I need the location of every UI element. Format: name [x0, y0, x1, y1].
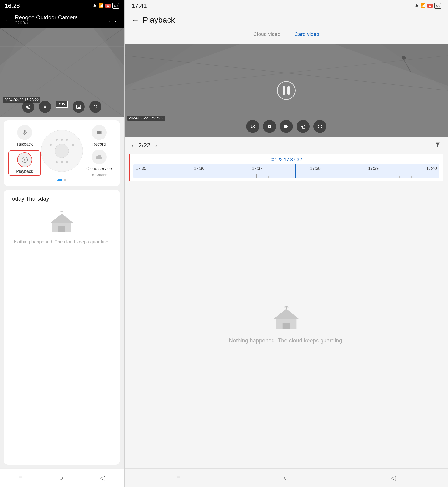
timeline-label-2: 17:37 — [252, 166, 263, 171]
menu-button-left[interactable]: ≡ — [14, 472, 27, 484]
controls-grid: Talkback — [8, 125, 115, 177]
wifi-icon-right: 📶 — [420, 3, 426, 8]
svg-marker-24 — [274, 309, 299, 319]
today-card: Today Thursday Nothing happened. The clo… — [4, 190, 120, 465]
menu-button-right[interactable]: ≡ — [172, 472, 185, 484]
header-right: ← Playback — [125, 12, 448, 28]
cloud-service-label: Cloud service — [86, 166, 112, 171]
nav-bar-right: ≡ ○ ◁ — [125, 468, 448, 487]
pause-button[interactable] — [277, 81, 296, 100]
cloud-service-button[interactable]: Cloud service Unavailable — [83, 149, 115, 177]
more-button-left[interactable]: ⋮⋮ — [106, 16, 119, 23]
fullscreen-button-right[interactable] — [313, 120, 327, 133]
screenshot-button[interactable] — [39, 101, 51, 113]
svg-point-22 — [402, 56, 406, 60]
camera-title: Reoqoo Outdoor Camera — [15, 14, 78, 21]
joystick-inner — [55, 144, 69, 158]
controls-card: Talkback — [4, 120, 120, 186]
playback-nav-center: ‹ 2/22 › — [132, 142, 157, 149]
battery-icon-left: 60 — [112, 3, 119, 9]
playback-button[interactable]: Playback — [8, 150, 41, 176]
house-illustration-right — [271, 306, 302, 332]
joystick-dot — [61, 139, 63, 141]
pause-bar-1 — [283, 86, 285, 95]
svg-marker-9 — [24, 159, 26, 161]
timeline-labels: 17:35 17:36 17:37 17:38 17:39 17:40 — [134, 166, 439, 171]
mute-button-right[interactable] — [296, 120, 310, 133]
pause-bar-2 — [288, 86, 290, 95]
right-status-icons: ✱ 📶 ✕ 58 — [415, 3, 441, 9]
joystick-dot — [50, 144, 52, 146]
record-label: Record — [92, 142, 106, 147]
timeline-label-3: 17:38 — [310, 166, 320, 171]
back-nav-button-left[interactable]: ◁ — [96, 471, 110, 484]
left-status-icons: ✱ 📶 ✕ 60 — [93, 3, 119, 9]
timeline-cursor — [296, 164, 296, 178]
svg-rect-26 — [283, 322, 290, 329]
speed-button[interactable]: 1x — [246, 120, 259, 133]
svg-marker-10 — [50, 214, 73, 223]
fhd-button[interactable]: FHD — [56, 101, 68, 108]
empty-state-right: Nothing happened. The cloud keeps guardi… — [125, 181, 448, 468]
record-button[interactable]: Record — [83, 125, 115, 147]
timeline-ruler[interactable]: 17:35 17:36 17:37 17:38 17:39 17:40 — [134, 164, 439, 178]
joystick-dot — [56, 139, 58, 141]
joystick-dot — [66, 139, 68, 141]
main-content-left: Talkback — [0, 117, 124, 468]
tabs-row: Cloud video Card video — [125, 28, 448, 44]
wifi-icon: 📶 — [98, 3, 104, 8]
timeline-label-4: 17:39 — [368, 166, 379, 171]
prev-page-button[interactable]: ‹ — [132, 142, 134, 149]
video-area-right: 2024-02-22 17:37:32 1x — [125, 44, 448, 137]
back-nav-button-right[interactable]: ◁ — [386, 471, 401, 484]
svg-rect-12 — [58, 227, 65, 232]
joystick-dot — [66, 161, 68, 163]
fullscreen-button-left[interactable] — [89, 101, 102, 113]
talkback-icon — [17, 125, 32, 140]
joystick-dot — [61, 161, 63, 163]
page-dot-2[interactable] — [64, 179, 66, 181]
playback-label: Playback — [16, 169, 33, 174]
status-bar-right: 17:41 ✱ 📶 ✕ 58 — [125, 0, 448, 12]
record-button-right[interactable] — [280, 120, 293, 133]
mute-button[interactable] — [22, 101, 34, 113]
next-page-button[interactable]: › — [155, 142, 157, 149]
bandwidth-label: 22KB/s — [15, 21, 78, 26]
video-area-left: 2024-02-22 16:28:22 FHD — [0, 28, 124, 117]
home-button-right[interactable]: ○ — [279, 472, 292, 484]
bluetooth-icon: ✱ — [93, 3, 96, 8]
pip-button[interactable] — [72, 101, 85, 113]
today-title: Today Thursday — [9, 196, 49, 202]
filter-button[interactable] — [434, 141, 441, 149]
joystick-dot — [56, 161, 58, 163]
playback-title: Playback — [143, 16, 175, 24]
joystick-dot — [72, 144, 74, 146]
home-button-left[interactable]: ○ — [55, 472, 68, 484]
house-illustration-left — [48, 211, 76, 235]
video-controls-right: 1x — [125, 118, 448, 135]
empty-illustration-left: Nothing happened. The cloud keeps guardi… — [14, 211, 110, 245]
joystick-area[interactable] — [41, 130, 83, 172]
left-time: 16:28 — [5, 2, 20, 9]
screenshot-button-right[interactable] — [263, 120, 276, 133]
nav-bar-left: ≡ ○ ◁ — [0, 468, 124, 487]
record-icon — [92, 125, 107, 140]
playback-nav: ‹ 2/22 › — [125, 137, 448, 154]
pagination-dots — [8, 179, 115, 181]
back-button-right[interactable]: ← — [132, 16, 139, 24]
empty-text-right: Nothing happened. The cloud keeps guardi… — [229, 337, 344, 344]
back-button-left[interactable]: ← — [5, 16, 11, 24]
talkback-label: Talkback — [16, 142, 33, 147]
talkback-button[interactable]: Talkback — [8, 125, 41, 147]
timeline-label-0: 17:35 — [136, 166, 146, 171]
tab-cloud-video[interactable]: Cloud video — [253, 31, 280, 40]
empty-text-left: Nothing happened. The cloud keeps guardi… — [14, 239, 110, 245]
header-left: ← Reoqoo Outdoor Camera 22KB/s ⋮⋮ — [0, 12, 124, 28]
page-counter: 2/22 — [138, 142, 150, 149]
timeline-header: 02-22 17:37:32 — [134, 157, 439, 162]
timeline-container[interactable]: 02-22 17:37:32 17:35 17:36 17:37 17:38 1… — [129, 154, 443, 181]
page-dot-1[interactable] — [57, 179, 62, 181]
cloud-service-sublabel: Unavailable — [90, 173, 108, 177]
cloud-service-icon — [92, 149, 107, 165]
tab-card-video[interactable]: Card video — [295, 31, 319, 40]
